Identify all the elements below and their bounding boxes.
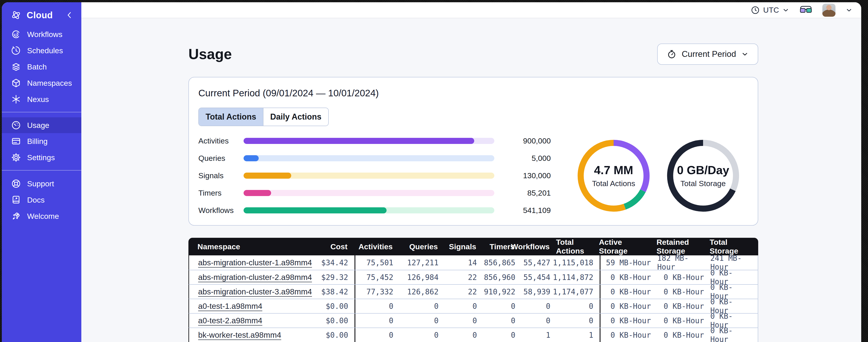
card-title: Current Period (09/01/2024 — 10/01/2024) <box>198 88 748 99</box>
signals-cell: 0 <box>445 314 483 328</box>
sidebar-item-settings[interactable]: Settings <box>2 149 81 166</box>
namespace-cell: abs-migration-cluster-2.a98mm4 <box>189 270 321 284</box>
col-total-storage: Total Storage <box>710 238 757 255</box>
bar-label: Workflows <box>198 206 244 215</box>
col-active-storage: Active Storage <box>599 238 656 255</box>
sidebar-item-workflows[interactable]: Workflows <box>2 26 81 42</box>
logo-label: Cloud <box>27 10 59 20</box>
retained-storage-cell: 182 MB-Hour <box>657 255 710 270</box>
queries-cell: 127,211 <box>400 255 445 270</box>
namespace-link[interactable]: a0-test-1.a98mm4 <box>198 302 262 311</box>
sidebar-item-schedules[interactable]: Schedules <box>2 42 81 59</box>
avatar[interactable] <box>823 4 835 17</box>
sidebar-collapse-button[interactable] <box>64 10 74 20</box>
bar-fill <box>244 173 291 179</box>
col-namespace: Namespace <box>188 238 320 255</box>
timers-cell: 856,865 <box>483 255 522 270</box>
sidebar-item-nexus[interactable]: Nexus <box>2 91 81 107</box>
cost-cell: $0.00 <box>321 299 354 313</box>
total-storage-cell: 0 KB-Hour <box>710 285 758 299</box>
sidebar-item-billing[interactable]: Billing <box>2 133 81 149</box>
retained-storage-cell: 0 KB-Hour <box>657 328 710 342</box>
cost-cell: $29.32 <box>321 270 354 284</box>
bar-value: 5,000 <box>494 154 551 163</box>
col-workflows: Workflows <box>521 238 556 255</box>
chevron-down-icon <box>782 6 789 14</box>
sidebar-item-label: Batch <box>27 63 47 71</box>
total-actions-donut: 4.7 MM Total Actions <box>577 139 650 212</box>
col-total-actions: Total Actions <box>556 238 599 255</box>
signals-cell: 22 <box>445 285 483 299</box>
bar-value: 900,000 <box>494 136 551 145</box>
account-chevron-down-icon[interactable] <box>845 6 852 14</box>
period-button-label: Current Period <box>682 49 736 59</box>
bar-track <box>244 138 494 144</box>
sidebar-logo-row: Cloud <box>2 2 81 26</box>
bar-track <box>244 173 494 179</box>
usage-bar-row: Signals 130,000 <box>198 171 551 180</box>
timezone-label: UTC <box>763 6 779 14</box>
feedback-glasses-button[interactable] <box>799 5 812 15</box>
retained-storage-cell: 0 KB-Hour <box>657 285 710 299</box>
retained-storage-cell: 0 KB-Hour <box>657 299 710 313</box>
workflows-cell: 0 <box>522 299 557 313</box>
col-cost: Cost <box>320 238 354 255</box>
sidebar-item-namespaces[interactable]: Namespaces <box>2 75 81 91</box>
tab-total-actions[interactable]: Total Actions <box>199 108 263 126</box>
sidebar-item-batch[interactable]: Batch <box>2 59 81 75</box>
namespace-link[interactable]: abs-migration-cluster-1.a98mm4 <box>198 258 312 267</box>
desktop-background: { "topbar": { "timezone": "UTC" }, "side… <box>0 0 868 342</box>
tab-daily-actions[interactable]: Daily Actions <box>263 108 328 126</box>
bar-value: 85,201 <box>494 189 551 197</box>
sidebar-item-usage[interactable]: Usage <box>2 117 81 133</box>
period-select-button[interactable]: Current Period <box>657 43 758 65</box>
timezone-select[interactable]: UTC <box>750 5 789 15</box>
bar-label: Timers <box>198 189 244 197</box>
namespace-link[interactable]: bk-worker-test.a98mm4 <box>198 331 281 340</box>
sidebar-item-label: Workflows <box>27 30 62 39</box>
activities-cell: 0 <box>354 299 400 313</box>
sidebar-item-docs[interactable]: Docs <box>2 192 81 208</box>
sidebar-item-label: Docs <box>27 196 44 204</box>
retained-storage-cell: 0 KB-Hour <box>657 270 710 284</box>
queries-cell: 0 <box>400 299 445 313</box>
active-storage-cell: 59 MB-Hour <box>599 255 657 270</box>
sidebar-item-welcome[interactable]: Welcome <box>2 208 81 224</box>
timers-cell: 0 <box>483 299 522 313</box>
namespace-cell: abs-migration-cluster-3.a98mm4 <box>189 285 321 299</box>
total-actions-value: 4.7 MM <box>594 163 633 177</box>
bar-track <box>244 207 494 213</box>
schedules-icon <box>11 45 21 56</box>
namespace-link[interactable]: abs-migration-cluster-2.a98mm4 <box>198 273 312 282</box>
active-storage-cell: 0 KB-Hour <box>599 299 657 313</box>
namespace-link[interactable]: a0-test-2.a98mm4 <box>198 316 262 325</box>
namespace-link[interactable]: abs-migration-cluster-3.a98mm4 <box>198 287 312 296</box>
bar-label: Signals <box>198 171 244 180</box>
glasses-icon <box>799 5 812 14</box>
table-header-row: Namespace Cost Activities Queries Signal… <box>188 238 758 255</box>
total-actions-cell: 0 <box>557 314 599 328</box>
activities-cell: 75,452 <box>354 270 400 284</box>
col-activities: Activities <box>354 238 399 255</box>
workflows-cell: 55,454 <box>522 270 557 284</box>
sidebar-item-support[interactable]: Support <box>2 175 81 192</box>
total-storage-cell: 0 KB-Hour <box>710 270 758 284</box>
table-body: abs-migration-cluster-1.a98mm4 $34.42 75… <box>188 255 758 342</box>
sidebar-item-label: Billing <box>27 137 48 146</box>
batch-layers-icon <box>11 62 21 72</box>
active-storage-cell: 0 KB-Hour <box>599 314 657 328</box>
namespace-cell: abs-migration-cluster-1.a98mm4 <box>189 255 321 270</box>
total-storage-donut: 0 GB/Day Total Storage <box>666 139 740 212</box>
bar-track <box>244 190 494 196</box>
sidebar-item-label: Namespaces <box>27 79 72 88</box>
workflows-cell: 0 <box>522 314 557 328</box>
table-row: a0-test-2.a98mm4 $0.00 0 0 0 0 0 0 0 KB-… <box>188 313 758 328</box>
sidebar-item-label: Settings <box>27 153 55 162</box>
activities-cell: 0 <box>354 314 400 328</box>
total-actions-cell: 1,174,077 <box>557 285 599 299</box>
queries-cell: 0 <box>400 328 445 342</box>
billing-card-icon <box>11 136 21 146</box>
workflows-cell: 1 <box>522 328 557 342</box>
queries-cell: 126,984 <box>400 270 445 284</box>
sidebar: Cloud Workflows Schedules Batch <box>2 2 81 342</box>
